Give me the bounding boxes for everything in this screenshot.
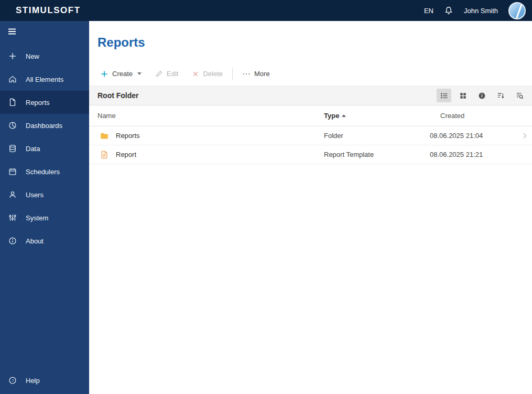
app-logo: STIMULSOFT <box>16 5 81 16</box>
info-button[interactable] <box>474 89 489 102</box>
create-button-label: Create <box>112 70 133 78</box>
topbar: STIMULSOFT EN John Smith <box>0 0 532 21</box>
sidebar-item-schedulers[interactable]: Schedulers <box>0 160 89 183</box>
sidebar-item-label: Users <box>26 191 44 199</box>
sidebar-item-label: New <box>26 52 39 60</box>
folder-title: Root Folder <box>97 91 139 100</box>
sidebar-item-all-elements[interactable]: All Elements <box>0 68 89 91</box>
sort-button[interactable] <box>493 89 508 102</box>
sidebar-item-system[interactable]: System <box>0 206 89 229</box>
table-row-report-template[interactable]: Report Report Template 08.06.2025 21:21 <box>89 145 532 164</box>
chevron-right-icon[interactable] <box>517 132 532 140</box>
svg-text:?: ? <box>12 378 14 383</box>
sidebar-item-help[interactable]: ? Help <box>0 369 89 392</box>
main-content: Reports Create Edit Delete Mo <box>89 21 532 394</box>
column-header-created[interactable]: Created <box>430 112 517 120</box>
table-header-row: Name Type Created <box>89 105 532 126</box>
edit-button[interactable]: Edit <box>148 67 185 81</box>
sidebar-item-label: Help <box>26 377 40 385</box>
sidebar-item-label: Schedulers <box>26 168 60 176</box>
column-header-type-label: Type <box>324 112 339 120</box>
hamburger-icon <box>7 26 17 37</box>
language-selector[interactable]: EN <box>424 7 433 15</box>
sidebar-item-dashboards[interactable]: Dashboards <box>0 114 89 137</box>
topbar-right: EN John Smith <box>424 2 526 19</box>
folder-icon <box>100 131 109 141</box>
system-sliders-icon <box>7 212 18 223</box>
edit-button-label: Edit <box>167 70 178 78</box>
chevron-down-icon <box>137 72 142 75</box>
sidebar-item-about[interactable]: About <box>0 229 89 252</box>
page-title: Reports <box>97 36 532 49</box>
dashboard-icon <box>7 120 18 131</box>
delete-button-label: Delete <box>203 70 223 78</box>
search-filter-button[interactable] <box>512 89 527 102</box>
row-created: 08.06.2025 21:21 <box>430 151 517 158</box>
menu-toggle-button[interactable] <box>0 21 89 42</box>
sidebar-item-label: About <box>26 237 44 245</box>
delete-x-icon <box>192 70 199 78</box>
create-button[interactable]: Create <box>93 67 148 81</box>
column-header-type[interactable]: Type <box>324 112 430 120</box>
report-icon <box>7 97 18 108</box>
more-dots-icon <box>242 70 251 78</box>
sidebar-nav: New All Elements Reports Dashboards Data <box>0 45 89 252</box>
help-icon: ? <box>7 375 18 386</box>
user-avatar[interactable] <box>508 2 526 19</box>
row-type: Folder <box>324 132 430 140</box>
row-created: 08.06.2025 21:04 <box>430 132 517 140</box>
sort-asc-icon <box>342 114 346 117</box>
delete-button[interactable]: Delete <box>185 67 230 81</box>
sidebar-item-label: Reports <box>26 99 50 107</box>
row-name: Reports <box>116 132 140 140</box>
sidebar-item-label: Data <box>26 145 40 153</box>
notifications-bell-icon[interactable] <box>444 6 453 15</box>
row-type: Report Template <box>324 151 430 158</box>
toolbar: Create Edit Delete More <box>93 67 532 81</box>
column-header-name[interactable]: Name <box>89 112 324 120</box>
about-icon <box>7 236 18 246</box>
sidebar-item-label: Dashboards <box>26 122 62 130</box>
sidebar-item-label: All Elements <box>26 76 63 83</box>
plus-icon <box>7 51 18 61</box>
grid-view-button[interactable] <box>455 89 470 102</box>
sidebar: New All Elements Reports Dashboards Data <box>0 21 89 394</box>
toolbar-divider <box>232 68 233 80</box>
view-buttons <box>437 89 527 102</box>
report-file-icon <box>100 150 109 159</box>
files-table: Name Type Created Reports Folder 08.06.2… <box>89 105 532 164</box>
sidebar-item-reports[interactable]: Reports <box>0 91 89 114</box>
folder-bar: Root Folder <box>89 86 532 105</box>
database-icon <box>7 143 18 154</box>
sidebar-footer: ? Help <box>0 369 89 394</box>
row-name: Report <box>116 151 136 158</box>
sidebar-item-new[interactable]: New <box>0 45 89 68</box>
sidebar-item-users[interactable]: Users <box>0 183 89 206</box>
pencil-icon <box>155 70 163 78</box>
scheduler-icon <box>7 166 18 177</box>
more-button-label: More <box>254 70 270 78</box>
table-row-reports-folder[interactable]: Reports Folder 08.06.2025 21:04 <box>89 126 532 145</box>
create-plus-icon <box>100 70 108 78</box>
user-name[interactable]: John Smith <box>464 7 498 15</box>
sidebar-item-data[interactable]: Data <box>0 137 89 160</box>
more-button[interactable]: More <box>235 67 277 81</box>
home-icon <box>7 74 18 84</box>
list-view-button[interactable] <box>437 89 451 102</box>
users-icon <box>7 189 18 200</box>
sidebar-item-label: System <box>26 214 48 222</box>
